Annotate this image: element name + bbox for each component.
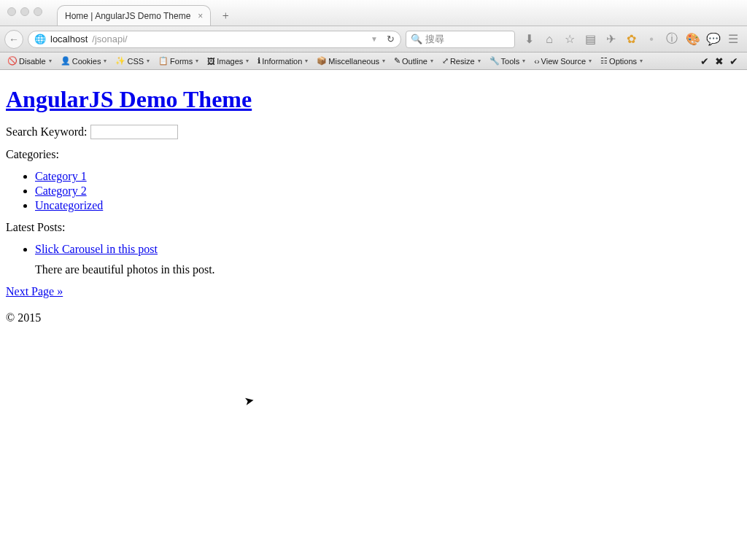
list-item: Category 1 — [35, 170, 741, 183]
reader-icon[interactable]: ▤ — [584, 32, 597, 46]
home-icon[interactable]: ⌂ — [543, 33, 556, 46]
devtool-menu-tools[interactable]: 🔧Tools▾ — [485, 52, 530, 69]
chevron-down-icon: ▾ — [382, 58, 385, 64]
chevron-down-icon: ▾ — [49, 58, 52, 64]
send-icon[interactable]: ✈ — [604, 32, 617, 46]
post-excerpt: There are beautiful photos in this post. — [35, 263, 741, 276]
devtool-menu-disable[interactable]: 🚫Disable▾ — [3, 52, 56, 69]
devtool-menu-label: Options — [609, 57, 637, 66]
devtool-menu-label: Forms — [170, 57, 193, 66]
devtool-menu-miscellaneous[interactable]: 📦Miscellaneous▾ — [312, 52, 390, 69]
chevron-down-icon: ▾ — [147, 58, 150, 64]
page-body: AngularJS Demo Theme Search Keyword: Cat… — [0, 70, 747, 329]
chevron-down-icon: ▾ — [522, 58, 525, 64]
devtool-menu-options[interactable]: ☷Options▾ — [596, 52, 647, 69]
divider-icon: • — [645, 33, 658, 46]
devtool-menu-label: Resize — [450, 57, 475, 66]
info-icon: ℹ — [258, 56, 260, 66]
palette-icon[interactable]: 🎨 — [686, 32, 699, 46]
devtool-menu-label: Miscellaneous — [328, 57, 379, 66]
downloads-icon[interactable]: ⬇ — [522, 32, 535, 46]
close-icon[interactable]: ✖ — [715, 55, 724, 67]
image-icon: 🖼 — [207, 57, 215, 66]
browser-search-box[interactable]: 🔍 搜尋 — [406, 31, 515, 48]
devtool-menu-css[interactable]: ✨CSS▾ — [111, 52, 154, 69]
arrow-left-icon: ← — [9, 34, 19, 45]
chevron-down-icon: ▾ — [196, 58, 198, 64]
sliders-icon: ☷ — [600, 56, 608, 66]
chevron-down-icon: ▾ — [640, 58, 643, 64]
reload-icon[interactable]: ↻ — [387, 34, 395, 44]
bookmark-icon[interactable]: ☆ — [563, 32, 576, 46]
category-link[interactable]: Category 2 — [35, 184, 87, 197]
pencil-icon: ✎ — [394, 56, 400, 66]
devtool-menu-forms[interactable]: 📋Forms▾ — [154, 52, 203, 69]
latest-posts-label: Latest Posts: — [6, 221, 741, 234]
devtool-menu-resize[interactable]: ⤢Resize▾ — [438, 52, 485, 69]
list-item: Category 2 — [35, 184, 741, 198]
chevron-down-icon: ▾ — [104, 58, 107, 64]
disable-icon: 🚫 — [7, 56, 18, 66]
extension-icon[interactable]: ✿ — [624, 32, 638, 46]
devtool-menu-label: Cookies — [72, 57, 101, 66]
categories-list: Category 1Category 2Uncategorized — [6, 170, 741, 212]
list-item: Uncategorized — [35, 199, 741, 212]
chevron-down-icon: ▾ — [589, 58, 592, 64]
search-input[interactable] — [90, 125, 178, 139]
search-icon: 🔍 — [411, 34, 422, 44]
help-icon[interactable]: ⓘ — [665, 31, 678, 47]
search-label: Search Keyword: — [6, 125, 88, 138]
back-button[interactable]: ← — [4, 30, 23, 49]
new-tab-button[interactable]: + — [215, 8, 236, 24]
history-dropdown-icon[interactable]: ▼ — [371, 35, 378, 43]
devtool-menu-label: Images — [217, 57, 243, 66]
page-title: AngularJS Demo Theme — [6, 86, 741, 113]
next-page-link[interactable]: Next Page » — [6, 285, 63, 298]
toolbar-icons: ⬇ ⌂ ☆ ▤ ✈ ✿ • ⓘ 🎨 💬 ☰ — [519, 31, 743, 47]
cube-icon: 📦 — [317, 56, 327, 66]
site-title-link[interactable]: AngularJS Demo Theme — [6, 86, 252, 112]
close-tab-icon[interactable]: × — [198, 11, 203, 21]
search-row: Search Keyword: — [6, 125, 741, 139]
devtool-menu-view source[interactable]: ‹›View Source▾ — [530, 52, 596, 69]
zoom-window-button[interactable] — [34, 7, 42, 16]
devtool-menu-label: Information — [262, 57, 302, 66]
cursor-icon: ➤ — [243, 393, 255, 408]
devtool-menu-information[interactable]: ℹInformation▾ — [253, 52, 312, 69]
minimize-window-button[interactable] — [20, 7, 29, 16]
devtool-menu-images[interactable]: 🖼Images▾ — [203, 52, 253, 69]
menu-icon[interactable]: ☰ — [727, 32, 740, 46]
user-icon: 👤 — [61, 56, 71, 66]
category-link[interactable]: Category 1 — [35, 170, 87, 182]
chevron-down-icon: ▾ — [246, 58, 249, 64]
clipboard-icon: 📋 — [158, 56, 169, 66]
footer-text: © 2015 — [6, 311, 741, 324]
chevron-down-icon: ▾ — [478, 58, 481, 64]
globe-icon: 🌐 — [34, 34, 46, 44]
url-path: /jsonapi/ — [92, 34, 127, 44]
code-icon: ‹› — [534, 57, 539, 66]
search-placeholder: 搜尋 — [425, 33, 444, 46]
list-item: Slick Carousel in this postThere are bea… — [35, 243, 741, 276]
address-toolbar: ← 🌐 localhost/jsonapi/ ▼ ↻ 🔍 搜尋 ⬇ ⌂ ☆ ▤ … — [0, 26, 747, 52]
chat-icon[interactable]: 💬 — [706, 32, 719, 46]
web-developer-toolbar: 🚫Disable▾👤Cookies▾✨CSS▾📋Forms▾🖼Images▾ℹI… — [0, 52, 747, 70]
post-link[interactable]: Slick Carousel in this post — [35, 243, 158, 255]
devtool-menu-outline[interactable]: ✎Outline▾ — [390, 52, 438, 69]
url-bar[interactable]: 🌐 localhost/jsonapi/ ▼ ↻ — [28, 31, 401, 48]
window-titlebar: Home | AngularJS Demo Theme × + — [0, 0, 747, 26]
check-icon-2[interactable]: ✔ — [729, 55, 738, 67]
url-host: localhost — [50, 34, 88, 44]
close-window-button[interactable] — [7, 7, 16, 16]
devtool-menu-label: View Source — [541, 57, 587, 66]
browser-tab[interactable]: Home | AngularJS Demo Theme × — [57, 5, 211, 26]
wand-icon: ✨ — [115, 56, 125, 66]
resize-icon: ⤢ — [442, 56, 449, 66]
devtool-menu-label: CSS — [127, 57, 144, 66]
category-link[interactable]: Uncategorized — [35, 199, 103, 211]
categories-label: Categories: — [6, 148, 741, 161]
devtool-menu-cookies[interactable]: 👤Cookies▾ — [56, 52, 112, 69]
devtool-menu-label: Disable — [19, 57, 46, 66]
check-icon[interactable]: ✔ — [700, 55, 709, 67]
devtool-menu-label: Tools — [501, 57, 520, 66]
